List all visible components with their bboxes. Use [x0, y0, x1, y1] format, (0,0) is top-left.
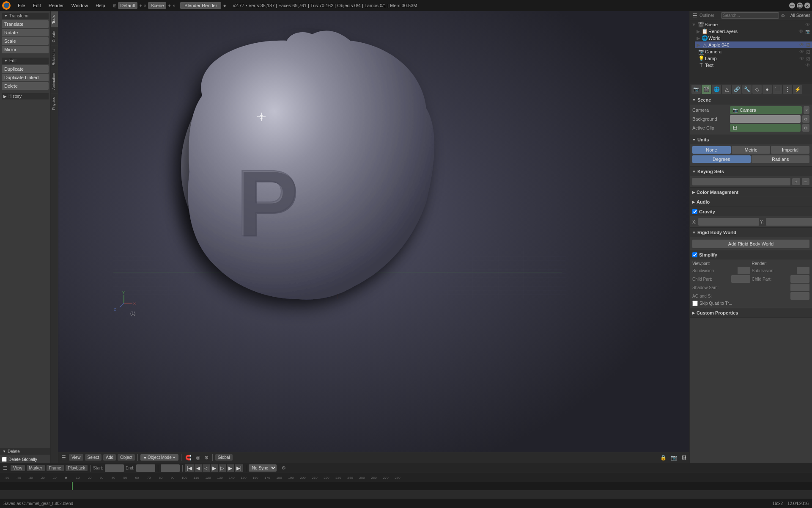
proportional-edit-icon[interactable]: ◎	[195, 454, 201, 461]
close-button[interactable]: ×	[804, 3, 810, 8]
prev-frame-btn[interactable]: ◀	[195, 464, 202, 472]
world-tab-btn[interactable]: 🌐	[712, 85, 721, 94]
render-engine-selector[interactable]: Blender Render	[180, 2, 221, 9]
keying-set-input[interactable]	[692, 178, 790, 185]
scene-section-header[interactable]: ▼ Scene	[690, 95, 812, 105]
lock-icon[interactable]: 🔒	[659, 454, 668, 461]
outliner-item-world[interactable]: ▶ 🌐 World	[695, 35, 812, 41]
subdivision-viewport-input[interactable]: 6	[738, 267, 750, 274]
scene-tab-btn[interactable]: 🎬	[702, 85, 711, 94]
jump-start-btn[interactable]: |◀	[185, 464, 194, 472]
rotate-button[interactable]: Rotate	[2, 29, 49, 36]
timeline-frame-btn[interactable]: Frame	[47, 465, 64, 471]
timeline-playback-btn[interactable]: Playback	[66, 465, 88, 471]
ao-s-input[interactable]: 1.000	[790, 292, 809, 300]
workspace-selector[interactable]: Default	[118, 2, 138, 9]
simplify-header[interactable]: Simplify	[690, 250, 812, 260]
next-frame-btn[interactable]: ▶	[227, 464, 234, 472]
start-frame-input[interactable]: 1	[105, 464, 124, 472]
duplicate-button[interactable]: Duplicate	[2, 65, 49, 73]
current-frame-input[interactable]: 1	[161, 464, 180, 472]
delete-section-header[interactable]: ▼ Delete	[0, 448, 50, 455]
timeline-track[interactable]: -50 -40 -30 -20 -10 0 10 20 30 40 50 60 …	[0, 473, 812, 490]
skip-quad-checkbox[interactable]	[692, 301, 698, 306]
vtab-tools[interactable]: Tools	[51, 11, 58, 27]
timeline-marker-btn[interactable]: Marker	[27, 465, 45, 471]
constraints-tab-btn[interactable]: 🔗	[732, 85, 741, 94]
menu-help[interactable]: Help	[92, 2, 109, 9]
camera-unlink-btn[interactable]: ×	[804, 106, 809, 114]
lamp-vis[interactable]: 👁	[799, 55, 804, 61]
physics-tab-btn[interactable]: ⚡	[793, 85, 802, 94]
minimize-button[interactable]: ─	[789, 3, 795, 8]
audio-header[interactable]: ▶ Audio	[690, 197, 812, 207]
render-icon[interactable]: 🖼	[680, 454, 688, 461]
play-btn[interactable]: ▶	[211, 464, 218, 472]
viewport-select-btn[interactable]: Select	[85, 454, 102, 461]
transform-header[interactable]: ▼ Transform	[2, 13, 49, 19]
keying-set-remove-btn[interactable]: −	[802, 178, 809, 185]
gravity-x-input[interactable]: 0.00	[698, 218, 759, 226]
background-color-btn[interactable]	[730, 115, 801, 123]
apple-vis[interactable]: 👁	[799, 42, 804, 48]
next-keyframe-btn[interactable]: ▷	[219, 464, 226, 472]
angle-radians-btn[interactable]: Radians	[752, 155, 810, 163]
viewport-add-btn[interactable]: Add	[103, 454, 116, 461]
simplify-enabled-checkbox[interactable]	[692, 252, 697, 257]
scene-selector[interactable]: Scene	[148, 2, 166, 9]
outliner-item-renderlayers[interactable]: ▶ 📋 RenderLayers 👁 📷	[695, 28, 812, 35]
camera-picker-btn[interactable]: 📷 Camera	[730, 106, 802, 114]
vtab-animation[interactable]: Animation	[51, 69, 58, 93]
viewport-menu-icon[interactable]: ☰	[60, 454, 67, 461]
menu-render[interactable]: Render	[45, 2, 67, 9]
angle-degrees-btn[interactable]: Degrees	[692, 155, 751, 163]
pivot-icon[interactable]: ⊕	[203, 454, 210, 461]
timeline-menu-icon[interactable]: ☰	[2, 464, 9, 472]
units-section-header[interactable]: ▼ Units	[690, 135, 812, 144]
outliner-item-camera[interactable]: 📷 Camera 👁 🖼	[695, 48, 812, 55]
keying-sets-header[interactable]: ▼ Keying Sets	[690, 167, 812, 176]
scale-button[interactable]: Scale	[2, 37, 49, 45]
child-part-viewport-input[interactable]: 1.000	[731, 275, 750, 283]
add-rigid-body-world-btn[interactable]: Add Rigid Body World	[692, 240, 809, 248]
gravity-enabled-checkbox[interactable]	[692, 209, 697, 214]
render-tab-btn[interactable]: 📷	[691, 85, 701, 94]
color-management-header[interactable]: ▶ Color Management	[690, 188, 812, 197]
outliner-search-input[interactable]	[721, 12, 779, 19]
custom-properties-header[interactable]: ▶ Custom Properties	[690, 308, 812, 318]
outliner-settings-btn[interactable]: ⚙	[780, 13, 786, 19]
gravity-header[interactable]: Gravity	[690, 207, 812, 216]
subdivision-render-input[interactable]: 6	[797, 267, 809, 274]
duplicate-linked-button[interactable]: Duplicate Linked	[2, 74, 49, 81]
menu-file[interactable]: File	[14, 2, 29, 9]
delete-button[interactable]: Delete	[2, 82, 49, 90]
translate-button[interactable]: Translate	[2, 20, 49, 28]
vtab-create[interactable]: Create	[51, 27, 58, 46]
rigid-body-world-header[interactable]: ▼ Rigid Body World	[690, 228, 812, 237]
edit-header[interactable]: ▼ Edit	[2, 58, 49, 64]
keying-set-add-btn[interactable]: +	[792, 178, 800, 185]
unit-imperial-btn[interactable]: Imperial	[771, 146, 809, 154]
sync-dropdown[interactable]: No Sync	[249, 464, 277, 472]
texture-tab-btn[interactable]: ⬛	[773, 85, 782, 94]
child-part-render-input[interactable]: 1.000	[790, 275, 809, 283]
particles-tab-btn[interactable]: ⋮	[783, 85, 792, 94]
snap-magnet-icon[interactable]: 🧲	[184, 454, 193, 461]
pivot-selector[interactable]: Global	[215, 454, 233, 461]
timeline-view-btn[interactable]: View	[11, 465, 25, 471]
material-tab-btn[interactable]: ●	[763, 85, 772, 94]
menu-edit[interactable]: Edit	[30, 2, 44, 9]
end-frame-input[interactable]: 250	[136, 464, 155, 472]
background-link-btn[interactable]: ⚙	[802, 115, 809, 123]
3d-viewport[interactable]: User Persp	[58, 11, 689, 463]
outliner-item-lamp[interactable]: 💡 Lamp 👁 🖼	[695, 55, 812, 62]
viewport-object-btn[interactable]: Object	[118, 454, 135, 461]
data-tab-btn[interactable]: ◇	[752, 85, 762, 94]
mirror-button[interactable]: Mirror	[2, 46, 49, 53]
unit-none-btn[interactable]: None	[692, 146, 731, 154]
text-vis[interactable]: 👁	[805, 62, 810, 68]
scene-visibility[interactable]: 👁	[805, 22, 810, 28]
object-tab-btn[interactable]: △	[722, 85, 731, 94]
menu-window[interactable]: Window	[68, 2, 91, 9]
shadow-sam-input[interactable]: 16	[790, 284, 809, 291]
